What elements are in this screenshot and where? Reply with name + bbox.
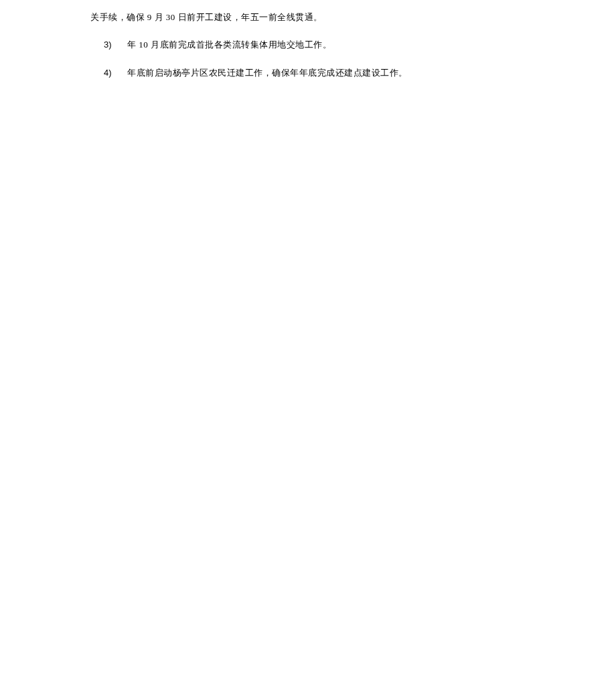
continuation-text: 关手续，确保 9 月 30 日前开工建设，年五一前全线贯通。	[90, 12, 323, 22]
list-item: 4) 年底前启动杨亭片区农民迁建工作，确保年年底完成还建点建设工作。	[90, 65, 526, 80]
list-item: 3) 年 10 月底前完成首批各类流转集体用地交地工作。	[90, 37, 526, 52]
list-item-text: 年 10 月底前完成首批各类流转集体用地交地工作。	[124, 37, 526, 52]
list-item-text: 年底前启动杨亭片区农民迁建工作，确保年年底完成还建点建设工作。	[124, 65, 526, 80]
list-marker: 4)	[104, 65, 124, 80]
continuation-paragraph: 关手续，确保 9 月 30 日前开工建设，年五一前全线贯通。	[90, 9, 526, 25]
list-marker: 3)	[104, 37, 124, 52]
document-page: 关手续，确保 9 月 30 日前开工建设，年五一前全线贯通。 3) 年 10 月…	[0, 0, 616, 80]
